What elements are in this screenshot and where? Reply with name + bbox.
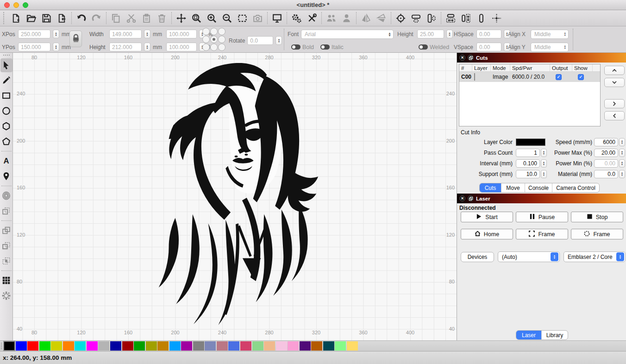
palette-color-21[interactable]	[252, 341, 263, 351]
tool-boolean-intersect[interactable]	[0, 254, 13, 268]
palette-color-20[interactable]	[240, 341, 251, 351]
anchor-top-center[interactable]	[210, 28, 218, 35]
tool-polygon[interactable]	[0, 119, 13, 133]
aligny-combo[interactable]: Middle	[531, 43, 569, 52]
tool-grid-array[interactable]	[0, 274, 13, 288]
height-stepper[interactable]	[144, 43, 150, 51]
anchor-bottom-center[interactable]	[210, 44, 218, 51]
width-percent-field[interactable]: 100.000	[166, 30, 197, 38]
anchor-middle-right[interactable]	[218, 36, 225, 43]
frame-circle-button[interactable]: Frame	[571, 229, 623, 239]
output-checkbox[interactable]: ✓	[556, 74, 562, 80]
home-button[interactable]: Home	[461, 229, 513, 239]
zoom-to-page-icon[interactable]	[190, 12, 203, 25]
tool-circular-array[interactable]	[0, 289, 13, 303]
cut-layer-row[interactable]: C00 Image 6000.0 / 20.0 ✓ ✓	[459, 72, 600, 82]
frame-selection-icon[interactable]	[236, 12, 249, 25]
palette-color-29[interactable]	[347, 341, 358, 351]
xpos-field[interactable]: 250.000	[18, 30, 50, 38]
palette-color-23[interactable]	[276, 341, 287, 351]
tool-shape[interactable]	[0, 135, 13, 149]
material-field[interactable]: 0.0	[594, 170, 618, 178]
close-icon[interactable]: ✕	[459, 55, 465, 61]
device-combo[interactable]: Emblaser 2 / Core	[563, 251, 626, 262]
pan-icon[interactable]	[175, 12, 188, 25]
tool-offset[interactable]	[0, 189, 13, 203]
palette-color-1[interactable]	[16, 341, 27, 351]
anchor-point-selector[interactable]	[202, 28, 226, 51]
canvas-artwork-woman-hair[interactable]	[146, 60, 327, 326]
palette-color-28[interactable]	[335, 341, 346, 351]
power-max-stepper[interactable]	[619, 149, 625, 157]
power-min-stepper[interactable]	[619, 159, 625, 168]
anchor-bottom-right[interactable]	[218, 44, 225, 51]
palette-color-14[interactable]	[169, 341, 181, 351]
close-icon[interactable]: ✕	[459, 195, 465, 201]
open-file-icon[interactable]	[25, 12, 38, 25]
ypos-stepper[interactable]	[53, 43, 59, 51]
ypos-field[interactable]: 150.000	[18, 43, 50, 51]
material-stepper[interactable]	[619, 170, 625, 178]
palette-color-11[interactable]	[134, 341, 145, 351]
palette-color-6[interactable]	[75, 341, 86, 351]
tool-draw-lines[interactable]	[0, 74, 13, 88]
dock-vertical-icon[interactable]	[425, 12, 438, 25]
anchor-middle-left[interactable]	[202, 36, 210, 43]
power-min-field[interactable]: 0.00	[594, 159, 618, 168]
palette-color-15[interactable]	[181, 341, 192, 351]
palette-color-7[interactable]	[87, 341, 98, 351]
anchor-center[interactable]	[210, 36, 218, 43]
palette-color-16[interactable]	[193, 341, 204, 351]
palette-color-26[interactable]	[311, 341, 322, 351]
start-button[interactable]: Start	[461, 212, 513, 222]
tab-library[interactable]: Library	[542, 331, 568, 339]
hspace-field[interactable]: 0.00	[476, 30, 501, 38]
show-checkbox[interactable]: ✓	[578, 74, 584, 80]
distribute-vertical-icon[interactable]	[460, 12, 472, 25]
tab-cuts[interactable]: Cuts	[480, 183, 501, 192]
tab-move[interactable]: Move	[501, 183, 525, 192]
palette-color-19[interactable]	[228, 341, 239, 351]
align-rect-icon[interactable]	[475, 12, 488, 25]
tool-text[interactable]: A	[0, 154, 13, 168]
palette-color-9[interactable]	[110, 341, 121, 351]
tool-rectangle[interactable]	[0, 89, 13, 103]
aspect-lock-button[interactable]	[69, 31, 82, 47]
tab-laser[interactable]: Laser	[516, 331, 542, 339]
speed-stepper[interactable]	[619, 138, 625, 146]
zoom-out-icon[interactable]	[221, 12, 233, 25]
tool-boolean-union[interactable]	[0, 224, 13, 238]
layer-move-down-button[interactable]	[604, 78, 625, 87]
anchor-top-right[interactable]	[218, 28, 225, 35]
palette-color-3[interactable]	[39, 341, 50, 351]
tool-boolean-subtract[interactable]	[0, 239, 13, 253]
palette-color-13[interactable]	[157, 341, 169, 351]
rotate-field[interactable]: 0.0	[247, 36, 273, 45]
width-field[interactable]: 149.000	[109, 30, 142, 38]
palette-color-17[interactable]	[205, 341, 216, 351]
tool-weld[interactable]	[0, 204, 13, 218]
width-stepper[interactable]	[144, 30, 150, 38]
tool-ellipse[interactable]	[0, 104, 13, 118]
dock-horizontal-icon[interactable]	[410, 12, 422, 25]
layer-move-left-button[interactable]	[604, 111, 625, 120]
welded-toggle[interactable]: Welded	[419, 44, 449, 50]
palette-color-18[interactable]	[217, 341, 228, 351]
palette-color-27[interactable]	[323, 341, 334, 351]
float-panel-icon[interactable]	[468, 195, 474, 201]
palette-color-4[interactable]	[51, 341, 62, 351]
stop-button[interactable]: Stop	[571, 212, 623, 222]
layer-move-up-button[interactable]	[604, 66, 625, 75]
bold-toggle[interactable]: Bold	[291, 44, 314, 50]
move-to-position-icon[interactable]	[490, 12, 503, 25]
cuts-panel-header[interactable]: ✕ Cuts	[457, 53, 626, 63]
device-settings-icon[interactable]	[306, 12, 318, 25]
tab-camera-control[interactable]: Camera Control	[552, 183, 599, 192]
save-file-icon[interactable]	[40, 12, 53, 25]
palette-color-12[interactable]	[146, 341, 157, 351]
palette-color-0[interactable]	[4, 341, 15, 351]
tool-position-laser[interactable]	[0, 169, 13, 183]
frame-rect-button[interactable]: Frame	[516, 229, 568, 239]
height-field[interactable]: 212.000	[109, 43, 142, 51]
xpos-stepper[interactable]	[53, 30, 59, 38]
